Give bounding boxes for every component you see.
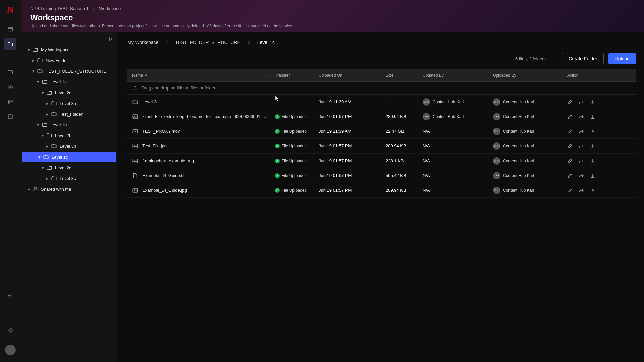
file-size: 228.1 KB [382,158,419,163]
table-row[interactable]: TEST_PROXY.mov✓File UploadedJun 19 11:39… [127,124,636,139]
check-icon: ✓ [275,144,280,148]
table-row[interactable]: zTest_File_extra_long_filename_for_ exam… [127,109,636,124]
edit-icon[interactable] [567,143,573,149]
folder-icon [46,89,52,96]
user-name: Content Hub Karl [503,129,534,134]
edit-icon[interactable] [567,114,573,119]
tree-shared[interactable]: ▸ Shared with me [21,184,117,194]
breadcrumb-project-name[interactable]: NPS Training TEST: Season 1 [30,6,89,11]
avatar: CHK [493,157,500,165]
chevron-down-icon: ▾ [40,90,45,95]
tree-new-folder[interactable]: ▸ New Folder [21,55,117,66]
user-avatar[interactable] [5,345,16,355]
download-icon[interactable] [590,188,595,193]
svg-rect-4 [8,103,10,104]
download-icon[interactable] [590,173,595,178]
share-icon[interactable] [579,173,584,178]
file-size: 289.94 KB [382,143,419,148]
share-icon[interactable] [579,129,584,134]
expand-collapse-icon[interactable] [107,36,113,42]
tree-level-3a[interactable]: ▸ Level 3a [21,98,117,109]
avatar: CHK [423,98,430,106]
tree-label: Level 2b [55,133,71,138]
check-icon: ✓ [275,159,280,163]
create-folder-button[interactable]: Create Folder [562,53,604,64]
app-logo[interactable]: N [5,5,16,15]
upload-button[interactable]: Upload [608,53,636,64]
tree-test-folder-sub[interactable]: ▸ Test_Folder [21,109,117,119]
edit-icon[interactable] [567,188,573,193]
download-icon[interactable] [590,114,595,119]
column-menu-icon[interactable]: ⋮ [264,73,268,78]
path-my-workspace[interactable]: My Workspace [127,40,158,45]
tree-test-folder-structure[interactable]: ▾ TEST_FOLDER_STRUCTURE [21,66,117,76]
collapse-sidebar-icon[interactable] [4,290,16,302]
col-size[interactable]: Size [382,73,419,78]
table-row[interactable]: Test_File.jpg✓File UploadedJun 19 01:57 … [127,139,636,154]
nav-item-6[interactable] [4,111,16,123]
transfer-status: File Uploaded [282,159,307,163]
edit-icon[interactable] [567,99,573,105]
table-row[interactable]: framingchart_example.png✓File UploadedJu… [127,154,636,168]
tree-level-2b[interactable]: ▾ Level 2b [21,130,117,141]
more-icon[interactable]: ⋮ [601,143,607,149]
avatar: CHK [493,128,500,135]
share-icon[interactable] [579,158,584,164]
path-test-folder[interactable]: TEST_FOLDER_STRUCTURE [175,40,240,45]
file-table: Name A↑1 ⋮ Transfer Uploaded On Size Upd… [117,69,644,362]
file-icon [132,173,138,179]
download-icon[interactable] [590,99,595,105]
more-icon[interactable]: ⋮ [601,129,607,134]
more-icon[interactable]: ⋮ [601,158,607,164]
transfer-status: File Uploaded [282,129,307,134]
svg-point-10 [134,116,135,116]
drop-zone[interactable]: Drag and drop additional files or folder [127,82,636,95]
share-icon[interactable] [579,114,584,119]
more-icon[interactable]: ⋮ [601,114,607,119]
share-icon[interactable] [579,143,584,149]
tree-level-1a[interactable]: ▾ Level 1a [21,76,117,87]
share-icon[interactable] [579,188,584,193]
col-uploaded-by[interactable]: Uploaded By [490,73,560,78]
col-name[interactable]: Name A↑1 ⋮ [127,73,272,78]
tree-level-2c[interactable]: ▾ Level 2c [21,162,117,173]
tree-label: Level 3a [60,101,76,106]
col-transfer[interactable]: Transfer [272,73,315,78]
actions-bar: 6 files, 2 folders Create Folder Upload [127,53,636,64]
tree-level-1b[interactable]: ▾ Level 1b [21,119,117,130]
tree-level-1c[interactable]: ▾ Level 1c [22,152,116,162]
download-icon[interactable] [590,143,595,149]
nav-item-3[interactable] [4,66,16,78]
settings-icon[interactable] [4,324,16,337]
tree-level-3b[interactable]: ▸ Level 3b [21,141,117,152]
tree-level-3c[interactable]: ▸ Level 3c [21,173,117,184]
tree-label: Shared with me [41,187,71,192]
user-name: Content Hub Karl [503,159,534,163]
edit-icon[interactable] [567,173,573,178]
edit-icon[interactable] [567,129,573,134]
edit-icon[interactable] [567,158,573,164]
download-icon[interactable] [590,129,595,134]
tree-my-workspace[interactable]: ▾ My Workspace [21,44,117,55]
table-row[interactable]: Level 2cJun 19 11:39 AM-CHKContent Hub K… [127,95,636,109]
nav-item-4[interactable] [4,81,16,93]
nav-item-workspace[interactable] [4,38,16,50]
tree-label: New Folder [46,58,68,63]
chevron-right-icon: ▸ [45,101,50,106]
tree-label: Test_Folder [60,112,83,117]
table-row[interactable]: Example_DI_Guide.jpg✓File UploadedJun 19… [127,183,636,198]
col-updated-by[interactable]: Updated By [419,73,490,78]
share-icon[interactable] [579,99,584,105]
nav-item-1[interactable] [4,23,16,36]
file-name: framingchart_example.png [142,158,194,163]
download-icon[interactable] [590,158,595,164]
table-row[interactable]: Example_DI_Guide.tiff✓File UploadedJun 1… [127,168,636,183]
left-rail: N [0,0,21,362]
more-icon[interactable]: ⋮ [601,99,607,105]
more-icon[interactable]: ⋮ [601,188,607,193]
user-name: Content Hub Karl [503,188,534,193]
col-uploaded-on[interactable]: Uploaded On [315,73,382,78]
tree-level-2a[interactable]: ▾ Level 2a [21,87,117,98]
more-icon[interactable]: ⋮ [601,173,607,178]
nav-item-5[interactable] [4,96,16,108]
